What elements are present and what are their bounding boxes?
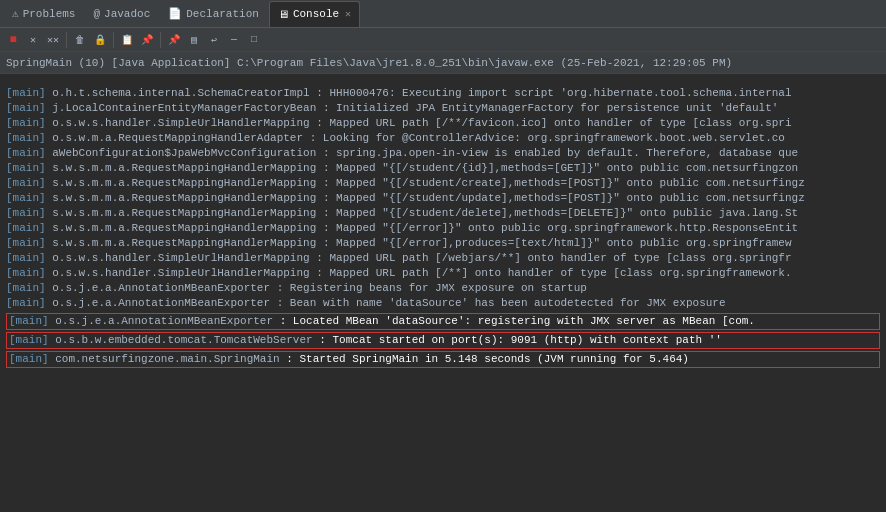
word-wrap-button[interactable]: ↩: [205, 31, 223, 49]
minimize-button[interactable]: —: [225, 31, 243, 49]
tab-declaration-label: Declaration: [186, 8, 259, 20]
log-line: [main] s.w.s.m.m.a.RequestMappingHandler…: [6, 161, 880, 176]
log-line: [main] s.w.s.m.m.a.RequestMappingHandler…: [6, 176, 880, 191]
thread-label: [main]: [9, 334, 49, 346]
javadoc-icon: @: [93, 8, 100, 20]
scroll-lock-button[interactable]: 🔒: [91, 31, 109, 49]
thread-label: [main]: [6, 267, 46, 279]
log-container: [main] o.h.t.schema.internal.SchemaCreat…: [6, 86, 880, 368]
log-line: [main] o.s.w.s.handler.SimpleUrlHandlerM…: [6, 266, 880, 281]
log-line: [main] j.LocalContainerEntityManagerFact…: [6, 101, 880, 116]
log-line: [main] aWebConfiguration$JpaWebMvcConfig…: [6, 146, 880, 161]
log-line: [main] o.s.b.w.embedded.tomcat.TomcatWeb…: [6, 332, 880, 349]
log-line: [main] o.s.w.s.handler.SimpleUrlHandlerM…: [6, 116, 880, 131]
log-line: [main] s.w.s.m.m.a.RequestMappingHandler…: [6, 221, 880, 236]
log-line: [main] o.h.t.schema.internal.SchemaCreat…: [6, 86, 880, 101]
log-line: [main] o.s.w.m.a.RequestMappingHandlerAd…: [6, 131, 880, 146]
remove-button[interactable]: ✕: [24, 31, 42, 49]
log-line: [main] s.w.s.m.m.a.RequestMappingHandler…: [6, 206, 880, 221]
thread-label: [main]: [6, 102, 46, 114]
paste-button[interactable]: 📌: [138, 31, 156, 49]
tab-console-label: Console: [293, 8, 339, 20]
thread-label: [main]: [6, 147, 46, 159]
tab-problems-label: Problems: [23, 8, 76, 20]
thread-label: [main]: [6, 117, 46, 129]
log-line: [main] s.w.s.m.m.a.RequestMappingHandler…: [6, 236, 880, 251]
declaration-icon: 📄: [168, 7, 182, 20]
toolbar-separator-3: [160, 32, 161, 48]
tab-declaration[interactable]: 📄 Declaration: [160, 1, 267, 27]
thread-label: [main]: [6, 237, 46, 249]
log-line: [main] o.s.j.e.a.AnnotationMBeanExporter…: [6, 281, 880, 296]
thread-label: [main]: [6, 222, 46, 234]
console-tab-close[interactable]: ✕: [345, 8, 351, 20]
console-output: [main] o.h.t.schema.internal.SchemaCreat…: [0, 74, 886, 512]
thread-label: [main]: [6, 192, 46, 204]
tab-console[interactable]: 🖥 Console ✕: [269, 1, 360, 27]
log-line: [main] o.s.j.e.a.AnnotationMBeanExporter…: [6, 296, 880, 311]
log-line: [main] s.w.s.m.m.a.RequestMappingHandler…: [6, 191, 880, 206]
problems-icon: ⚠: [12, 7, 19, 20]
tab-bar: ⚠ Problems @ Javadoc 📄 Declaration 🖥 Con…: [0, 0, 886, 28]
tab-javadoc[interactable]: @ Javadoc: [85, 1, 158, 27]
spacer: [6, 78, 880, 86]
console-status-bar: SpringMain (10) [Java Application] C:\Pr…: [0, 52, 886, 74]
log-line: [main] o.s.w.s.handler.SimpleUrlHandlerM…: [6, 251, 880, 266]
thread-label: [main]: [6, 282, 46, 294]
thread-label: [main]: [6, 207, 46, 219]
pin-console-button[interactable]: 📌: [165, 31, 183, 49]
toolbar-separator-2: [113, 32, 114, 48]
copy-button[interactable]: 📋: [118, 31, 136, 49]
maximize-button[interactable]: □: [245, 31, 263, 49]
thread-label: [main]: [6, 132, 46, 144]
log-line: [main] o.s.j.e.a.AnnotationMBeanExporter…: [6, 313, 880, 330]
thread-label: [main]: [6, 252, 46, 264]
console-icon: 🖥: [278, 8, 289, 21]
terminate-button[interactable]: ■: [4, 31, 22, 49]
tab-javadoc-label: Javadoc: [104, 8, 150, 20]
thread-label: [main]: [6, 177, 46, 189]
thread-label: [main]: [9, 315, 49, 327]
status-text: SpringMain (10) [Java Application] C:\Pr…: [6, 57, 732, 69]
console-toolbar: ■ ✕ ✕✕ 🗑 🔒 📋 📌 📌 ▤ ↩ — □: [0, 28, 886, 52]
open-console-button[interactable]: ▤: [185, 31, 203, 49]
tab-problems[interactable]: ⚠ Problems: [4, 1, 83, 27]
thread-label: [main]: [9, 353, 49, 365]
thread-label: [main]: [6, 162, 46, 174]
toolbar-separator-1: [66, 32, 67, 48]
thread-label: [main]: [6, 297, 46, 309]
thread-label: [main]: [6, 87, 46, 99]
log-line: [main] com.netsurfingzone.main.SpringMai…: [6, 351, 880, 368]
remove-all-button[interactable]: ✕✕: [44, 31, 62, 49]
clear-button[interactable]: 🗑: [71, 31, 89, 49]
